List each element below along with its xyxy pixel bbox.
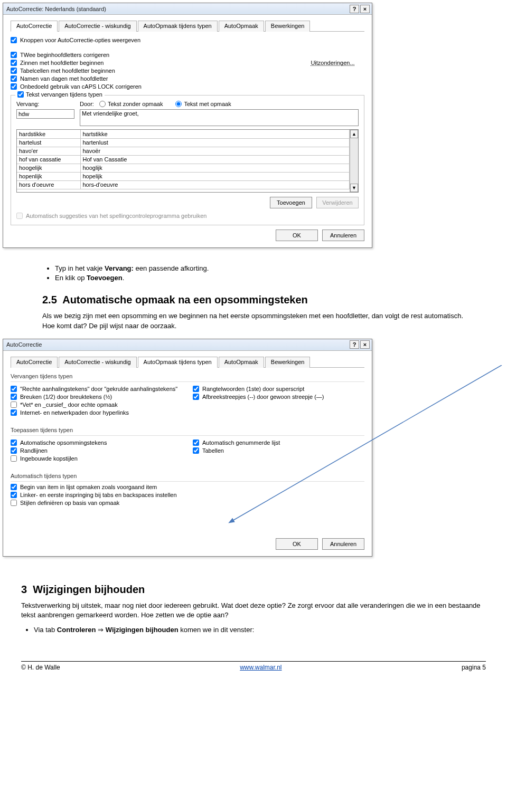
table-row[interactable]: hardstikkehartstikke: [17, 130, 350, 138]
para-2-5: Als we bezig zijn met een opsomming en w…: [42, 311, 475, 330]
checkbox[interactable]: [11, 394, 17, 400]
titlebar-2: AutoCorrectie ? ×: [3, 339, 372, 351]
table-cell: hors d'oeuvre: [17, 180, 80, 189]
verwijderen-button[interactable]: Verwijderen: [316, 197, 359, 208]
scroll-down-icon[interactable]: ▼: [350, 184, 358, 192]
vervang-group: Tekst vervangen tijdens typen Vervang: D…: [11, 95, 364, 225]
ck-dagen-label: Namen van dagen met hoofdletter: [20, 75, 108, 82]
checkbox[interactable]: [11, 440, 17, 446]
tab-autocorrectie[interactable]: AutoCorrectie: [11, 21, 58, 32]
checkbox-row: Tabellen: [193, 447, 364, 454]
table-scrollbar[interactable]: ▲ ▼: [350, 130, 358, 192]
table-cell: hors-d'oeuvre: [80, 180, 350, 189]
close-button[interactable]: ×: [360, 5, 370, 13]
tab2-autoopmaak-typen[interactable]: AutoOpmaak tijdens typen: [138, 357, 218, 368]
checkbox-label: Automatisch genummerde lijst: [202, 440, 280, 446]
checkbox[interactable]: [193, 394, 199, 400]
help-button-2[interactable]: ?: [350, 340, 359, 349]
para-3: Tekstverwerking bij uitstek, maar nog ni…: [21, 601, 486, 620]
checkbox[interactable]: [193, 440, 199, 446]
ck-tekst-vervangen[interactable]: [17, 91, 24, 98]
table-cell: hopelijk: [80, 172, 350, 180]
ck-zinnen[interactable]: [11, 60, 17, 66]
ck-capslock[interactable]: [11, 83, 17, 90]
ck-twee-hoofd[interactable]: [11, 52, 17, 58]
sec3-title: Automatisch tijdens typen: [11, 473, 364, 479]
checkbox[interactable]: [11, 402, 17, 408]
ck-tabelcellen[interactable]: [11, 68, 17, 74]
tab2-autocorrectie[interactable]: AutoCorrectie: [11, 357, 58, 368]
checkbox[interactable]: [11, 455, 17, 462]
tabrow: AutoCorrectie AutoCorrectie - wiskundig …: [11, 20, 364, 32]
table-row[interactable]: hof van cassatieHof van Cassatie: [17, 155, 350, 164]
table-cell: Hof van Cassatie: [80, 155, 350, 164]
checkbox-label: *Vet* en _cursief_ door echte opmaak: [20, 402, 118, 408]
tab-autoopmaak[interactable]: AutoOpmaak: [219, 21, 264, 32]
checkbox-label: Automatische opsommingstekens: [20, 440, 107, 446]
ck-auto-suggest[interactable]: [16, 213, 23, 219]
checkbox[interactable]: [11, 492, 17, 498]
table-row[interactable]: havo'erhavoër: [17, 147, 350, 155]
footer-left: © H. de Walle: [21, 664, 60, 671]
footer-link[interactable]: www.walmar.nl: [240, 664, 281, 671]
ok-button[interactable]: OK: [276, 230, 318, 241]
autocorrectie-dialog-1: AutoCorrectie: Nederlands (standaard) ? …: [3, 3, 372, 248]
checkbox-label: Ingebouwde kopstijlen: [20, 455, 78, 462]
vervang-input[interactable]: [16, 109, 74, 119]
tab2-wiskundig[interactable]: AutoCorrectie - wiskundig: [59, 357, 136, 368]
checkbox-row: Rangtelwoorden (1ste) door superscript: [193, 386, 364, 392]
radio-plain[interactable]: [99, 101, 106, 107]
table-cell: havoër: [80, 147, 350, 155]
table-cell: hartelust: [17, 138, 80, 147]
radio-fmt[interactable]: [175, 101, 182, 107]
ck-dagen[interactable]: [11, 75, 17, 82]
ok-button-2[interactable]: OK: [276, 538, 318, 550]
table-cell: hartstikke: [80, 130, 350, 138]
tab-autoopmaak-typen[interactable]: AutoOpmaak tijdens typen: [138, 21, 218, 32]
sec1-title: Vervangen tijdens typen: [11, 373, 364, 379]
uitzonderingen-button[interactable]: Uitzonderingen...: [306, 57, 359, 69]
checkbox-row: Ingebouwde kopstijlen: [11, 455, 182, 462]
checkbox[interactable]: [193, 447, 199, 454]
ck-tabelcellen-label: Tabelcellen met hoofdletter beginnen: [20, 68, 115, 74]
table-row[interactable]: hopenlijkhopelijk: [17, 172, 350, 180]
table-row[interactable]: hartelusthartenlust: [17, 138, 350, 147]
cancel-button[interactable]: Annuleren: [322, 230, 364, 241]
ck-auto-suggest-label: Automatisch suggesties van het spellingc…: [26, 213, 206, 219]
bullet-vervang: Typ in het vakje Vervang: een passende a…: [55, 264, 475, 273]
checkbox-label: Rangtelwoorden (1ste) door superscript: [202, 386, 304, 392]
footer-right: pagina 5: [462, 664, 486, 671]
checkbox[interactable]: [11, 409, 17, 416]
table-row[interactable]: hors d'oeuvrehors-d'oeuvre: [17, 180, 350, 189]
checkbox[interactable]: [11, 484, 17, 490]
checkbox-row: Internet- en netwerkpaden door hyperlink…: [11, 409, 182, 416]
checkbox-row: Randlijnen: [11, 447, 182, 454]
help-button[interactable]: ?: [350, 5, 359, 13]
tab-wiskundig[interactable]: AutoCorrectie - wiskundig: [59, 21, 136, 32]
table-cell: hardstikke: [17, 130, 80, 138]
tab2-autoopmaak[interactable]: AutoOpmaak: [219, 357, 264, 368]
radio-fmt-label: Tekst met opmaak: [184, 101, 231, 107]
replace-table: hardstikkehartstikkehartelusthartenlusth…: [16, 129, 359, 193]
checkbox-row: Automatische opsommingstekens: [11, 440, 182, 446]
table-row[interactable]: hoogelijkhooglijk: [17, 164, 350, 172]
checkbox[interactable]: [193, 386, 199, 392]
doc-section-1: Typ in het vakje Vervang: een passende a…: [0, 259, 507, 336]
checkbox-row: *Vet* en _cursief_ door echte opmaak: [11, 402, 182, 408]
cancel-button-2[interactable]: Annuleren: [322, 538, 364, 550]
checkbox-label: Linker- en eerste inspringing bij tabs e…: [20, 492, 177, 498]
checkbox-label: Randlijnen: [20, 447, 48, 454]
group-legend-label: Tekst vervangen tijdens typen: [26, 91, 102, 98]
checkbox[interactable]: [11, 500, 17, 506]
tab2-bewerkingen[interactable]: Bewerkingen: [265, 357, 311, 368]
ck-knoppen-weergeven[interactable]: [11, 37, 17, 43]
checkbox[interactable]: [11, 447, 17, 454]
scroll-up-icon[interactable]: ▲: [350, 130, 358, 138]
toevoegen-button[interactable]: Toevoegen: [270, 197, 312, 208]
autocorrectie-dialog-2: AutoCorrectie ? × AutoCorrectie AutoCorr…: [3, 339, 372, 557]
checkbox[interactable]: [11, 386, 17, 392]
door-input[interactable]: Met vriendelijke groet,: [80, 109, 359, 126]
close-button-2[interactable]: ×: [360, 340, 370, 349]
tab-bewerkingen[interactable]: Bewerkingen: [265, 21, 311, 32]
bullet-controleren: Via tab Controleren ⇒ Wijzigingen bijhou…: [34, 625, 486, 635]
